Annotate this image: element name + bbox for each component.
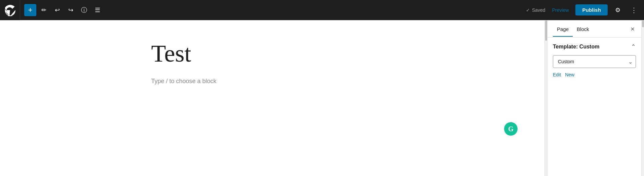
editor-area[interactable]: Test Type / to choose a block G [0, 20, 544, 176]
grammarly-badge[interactable]: G [504, 122, 518, 136]
chevron-up-icon: ⌃ [631, 43, 636, 50]
toolbar-left-actions: + ✏ ↩ ↪ ⓘ ☰ [20, 4, 522, 16]
info-button[interactable]: ⓘ [78, 4, 90, 16]
more-options-icon: ⋮ [631, 6, 638, 14]
settings-gear-icon: ⚙ [615, 6, 620, 14]
outer-right-scrollbar[interactable] [641, 20, 644, 176]
template-links: Edit New [553, 72, 636, 77]
redo-button[interactable]: ↪ [65, 4, 77, 16]
editor-content: Test Type / to choose a block [138, 20, 407, 98]
more-options-button[interactable]: ⋮ [628, 4, 640, 16]
preview-button[interactable]: Preview [548, 5, 573, 15]
saved-status: ✓ Saved [526, 7, 545, 13]
panel-close-button[interactable]: × [629, 24, 636, 34]
tab-block[interactable]: Block [573, 22, 593, 37]
editor-scrollbar-thumb[interactable] [545, 21, 547, 41]
toolbar: + ✏ ↩ ↪ ⓘ ☰ ✓ Saved Preview Publish ⚙ ⋮ [0, 0, 644, 20]
editor-scrollbar[interactable] [544, 20, 547, 176]
page-title[interactable]: Test [151, 40, 393, 67]
undo-button[interactable]: ↩ [51, 4, 63, 16]
template-edit-link[interactable]: Edit [553, 72, 561, 77]
publish-button[interactable]: Publish [575, 4, 608, 15]
wp-logo-button[interactable] [0, 0, 20, 20]
info-icon: ⓘ [81, 6, 87, 14]
outer-scrollbar-thumb[interactable] [642, 21, 644, 27]
list-view-icon: ☰ [95, 6, 100, 14]
toolbar-right-actions: ✓ Saved Preview Publish ⚙ ⋮ [522, 3, 644, 17]
add-block-button[interactable]: + [24, 4, 36, 16]
redo-icon: ↪ [68, 6, 73, 14]
template-section: Template: Custom ⌃ Custom Default Templa… [553, 43, 636, 77]
grammarly-icon: G [508, 125, 514, 133]
saved-label: Saved [532, 7, 545, 13]
saved-checkmark-icon: ✓ [526, 7, 530, 13]
template-title: Template: Custom [553, 44, 599, 50]
template-new-link[interactable]: New [565, 72, 574, 77]
template-header: Template: Custom ⌃ [553, 43, 636, 50]
edit-button[interactable]: ✏ [38, 4, 50, 16]
wp-logo-icon [4, 4, 16, 16]
block-placeholder[interactable]: Type / to choose a block [151, 78, 393, 85]
list-view-button[interactable]: ☰ [91, 4, 104, 16]
template-select[interactable]: Custom Default Template Full Width [553, 55, 636, 68]
tab-page[interactable]: Page [553, 22, 573, 37]
undo-icon: ↩ [55, 6, 60, 14]
panel-tabs: Page Block × [547, 20, 641, 38]
main-wrapper: Test Type / to choose a block G Page Blo… [0, 20, 644, 176]
panel-body: Template: Custom ⌃ Custom Default Templa… [547, 38, 641, 176]
right-panel: Page Block × Template: Custom ⌃ Custom D… [547, 20, 641, 176]
template-collapse-button[interactable]: ⌃ [631, 43, 636, 50]
settings-button[interactable]: ⚙ [610, 3, 625, 17]
template-select-wrapper: Custom Default Template Full Width ⌄ [553, 55, 636, 68]
edit-icon: ✏ [41, 6, 46, 14]
